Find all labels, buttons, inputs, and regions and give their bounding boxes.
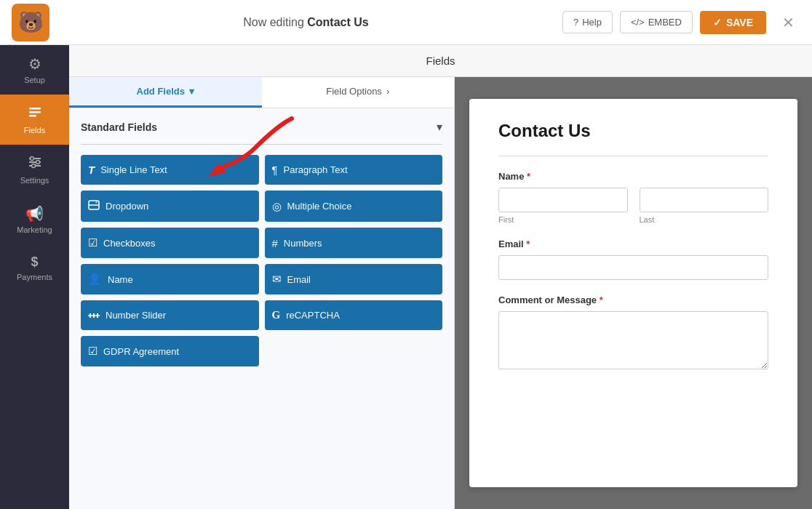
editing-label: Now editing [243, 16, 304, 28]
dropdown-label: Dropdown [106, 201, 148, 212]
name-label-text: Name [498, 171, 524, 182]
dropdown-icon [88, 199, 100, 213]
field-options-label: Field Options [326, 86, 382, 97]
last-name-wrap: Last [640, 188, 769, 224]
svg-rect-1 [29, 111, 41, 113]
field-btn-multiple-choice[interactable]: ◎ Multiple Choice [265, 191, 443, 222]
email-input[interactable] [498, 255, 768, 280]
topbar-title: Now editing Contact Us [49, 16, 562, 29]
sidebar-item-payments-label: Payments [17, 273, 52, 281]
logo: 🐻 [12, 4, 49, 41]
field-btn-name[interactable]: 👤 Name [81, 264, 259, 294]
save-button[interactable]: ✓ SAVE [700, 11, 766, 34]
section-collapse-chevron[interactable]: ▾ [437, 120, 442, 134]
settings-icon [28, 155, 42, 173]
checkboxes-label: Checkboxes [103, 238, 156, 249]
form-title-divider [498, 156, 768, 156]
svg-rect-2 [29, 115, 36, 117]
comment-textarea[interactable] [498, 311, 768, 369]
fields-grid: T Single Line Text ¶ Paragraph Text [81, 155, 442, 366]
checkboxes-icon: ☑ [88, 236, 97, 249]
form-name: Contact Us [307, 16, 368, 28]
tab-field-options[interactable]: Field Options › [262, 77, 455, 108]
check-icon: ✓ [713, 17, 722, 28]
svg-point-6 [30, 157, 33, 161]
fields-panel: Add Fields ▾ Field Options › Standard Fi… [69, 77, 455, 509]
sidebar-item-fields[interactable]: Fields [0, 95, 69, 145]
close-button[interactable]: ✕ [776, 11, 800, 34]
field-btn-recaptcha[interactable]: G reCAPTCHA [265, 300, 443, 330]
tab-add-fields[interactable]: Add Fields ▾ [69, 77, 262, 108]
first-name-wrap: First [498, 188, 628, 224]
save-label: SAVE [726, 17, 753, 28]
last-name-input[interactable] [640, 188, 769, 212]
sidebar-item-setup-label: Setup [24, 76, 45, 84]
multiple-choice-icon: ◎ [272, 200, 282, 213]
email-label: Email [287, 274, 311, 285]
sidebar-item-marketing-label: Marketing [17, 225, 52, 234]
first-name-input[interactable] [498, 188, 628, 212]
name-required-star: * [524, 171, 530, 182]
name-icon: 👤 [88, 273, 102, 286]
embed-icon: </> [631, 17, 645, 28]
svg-point-8 [31, 164, 35, 168]
content-tabs: Fields [69, 45, 812, 77]
sidebar-item-marketing[interactable]: 📢 Marketing [0, 195, 69, 244]
name-label: Name [108, 274, 133, 285]
add-fields-label: Add Fields [137, 86, 185, 97]
recaptcha-icon: G [272, 309, 281, 321]
section-divider [81, 144, 442, 145]
field-btn-numbers[interactable]: # Numbers [265, 228, 443, 258]
multiple-choice-label: Multiple Choice [287, 201, 352, 212]
form-field-name: Name * First Last [498, 171, 768, 224]
field-btn-gdpr[interactable]: ☑ GDPR Agreement [81, 336, 259, 366]
sidebar: ⚙ Setup Fields [0, 45, 69, 509]
sidebar-item-settings-label: Settings [20, 176, 49, 185]
paragraph-text-label: Paragraph Text [284, 164, 348, 175]
preview-panel: Contact Us Name * First [455, 77, 812, 509]
chevron-down-icon: ▾ [189, 86, 194, 97]
sidebar-item-payments[interactable]: $ Payments [0, 244, 69, 292]
field-btn-number-slider[interactable]: Number Slider [81, 300, 259, 330]
name-fields-row: First Last [498, 188, 768, 224]
form-preview: Contact Us Name * First [469, 99, 797, 487]
topbar-actions: ? Help </> EMBED ✓ SAVE ✕ [562, 11, 800, 34]
field-btn-email[interactable]: ✉ Email [265, 264, 443, 294]
payments-icon: $ [31, 254, 38, 270]
sidebar-item-settings[interactable]: Settings [0, 145, 69, 195]
topbar: 🐻 Now editing Contact Us ? Help </> EMBE… [0, 0, 812, 45]
sidebar-item-setup[interactable]: ⚙ Setup [0, 45, 69, 95]
recaptcha-label: reCAPTCHA [286, 310, 340, 321]
email-label-text: Email [498, 239, 524, 249]
comment-field-label: Comment or Message * [498, 294, 768, 305]
name-field-label: Name * [498, 171, 768, 182]
panel-area: Add Fields ▾ Field Options › Standard Fi… [69, 77, 812, 509]
fields-subtabs: Add Fields ▾ Field Options › [69, 77, 454, 108]
form-field-email: Email * [498, 239, 768, 280]
numbers-label: Numbers [284, 238, 322, 249]
main-area: ⚙ Setup Fields [0, 45, 812, 509]
paragraph-text-icon: ¶ [272, 164, 278, 176]
number-slider-label: Number Slider [106, 310, 166, 321]
sidebar-item-fields-label: Fields [24, 126, 45, 135]
form-preview-title: Contact Us [498, 121, 768, 141]
first-name-sublabel: First [498, 215, 628, 224]
form-field-comment: Comment or Message * [498, 294, 768, 372]
comment-label-text: Comment or Message [498, 294, 597, 305]
standard-fields-title: Standard Fields [81, 121, 157, 133]
chevron-right-icon: › [386, 86, 389, 97]
fields-icon [28, 105, 42, 123]
gdpr-label: GDPR Agreement [103, 346, 179, 357]
fields-scroll-area: Standard Fields ▾ [69, 108, 454, 509]
embed-button[interactable]: </> EMBED [620, 11, 693, 33]
comment-required-star: * [597, 294, 603, 305]
help-button[interactable]: ? Help [562, 11, 613, 33]
field-btn-dropdown[interactable]: Dropdown [81, 191, 259, 222]
field-btn-paragraph-text[interactable]: ¶ Paragraph Text [265, 155, 443, 185]
field-btn-checkboxes[interactable]: ☑ Checkboxes [81, 228, 259, 258]
field-btn-single-line-text[interactable]: T Single Line Text [81, 155, 259, 185]
fields-tab-title: Fields [426, 55, 455, 67]
embed-label: EMBED [648, 17, 682, 28]
marketing-icon: 📢 [25, 205, 44, 223]
question-icon: ? [573, 17, 578, 28]
